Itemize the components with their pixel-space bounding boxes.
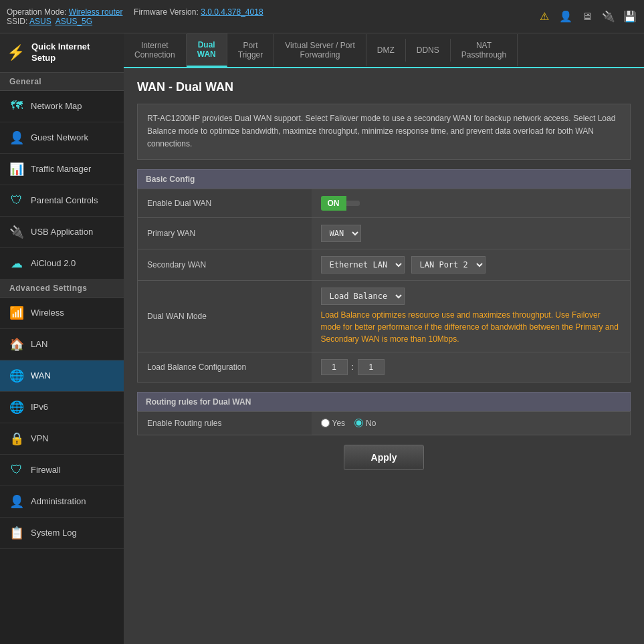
sidebar: ⚡ Quick InternetSetup General 🗺 Network … xyxy=(0,33,124,644)
routing-no-label[interactable]: No xyxy=(354,419,376,428)
sidebar-item-ipv6[interactable]: 🌐 IPv6 xyxy=(0,392,124,423)
guest-network-icon: 👤 xyxy=(9,130,24,145)
tab-ddns[interactable]: DDNS xyxy=(406,39,451,62)
load-balance-inputs: : xyxy=(321,359,621,375)
secondary-wan-label: Secondary WAN xyxy=(138,249,312,280)
sidebar-item-wan[interactable]: 🌐 WAN xyxy=(0,360,124,392)
routing-rules-header: Routing rules for Dual WAN xyxy=(137,392,631,411)
routing-yes-label[interactable]: Yes xyxy=(321,419,346,428)
lan-port-select[interactable]: LAN Port 1 LAN Port 2 LAN Port 3 LAN Por… xyxy=(411,256,486,274)
secondary-wan-select[interactable]: Ethernet LAN USB xyxy=(321,256,405,274)
sidebar-item-parental-controls[interactable]: 🛡 Parental Controls xyxy=(0,185,124,217)
table-row-primary-wan: Primary WAN WAN USB xyxy=(138,217,631,249)
quick-setup-button[interactable]: ⚡ Quick InternetSetup xyxy=(0,33,124,73)
table-row-routing-rules: Enable Routing rules Yes No xyxy=(138,411,631,435)
tab-internet-connection[interactable]: InternetConnection xyxy=(124,34,187,66)
layout: ⚡ Quick InternetSetup General 🗺 Network … xyxy=(0,33,644,644)
operation-mode-value[interactable]: Wireless router xyxy=(69,7,123,17)
top-bar-icons: ⚠ 👤 🖥 🔌 💾 xyxy=(537,9,637,24)
sidebar-item-aicloud[interactable]: ☁ AiCloud 2.0 xyxy=(0,248,124,280)
primary-wan-select[interactable]: WAN USB xyxy=(321,225,361,242)
sidebar-item-label: System Log xyxy=(31,528,77,538)
warning-icon[interactable]: ⚠ xyxy=(537,9,552,24)
traffic-manager-icon: 📊 xyxy=(9,162,24,177)
routing-no-radio[interactable] xyxy=(354,419,363,427)
page-title: WAN - Dual WAN xyxy=(137,80,631,94)
sidebar-item-wireless[interactable]: 📶 Wireless xyxy=(0,298,124,329)
dual-wan-toggle[interactable]: ON xyxy=(321,196,360,211)
sidebar-item-lan[interactable]: 🏠 LAN xyxy=(0,329,124,360)
tab-nat-passthrough[interactable]: NATPassthrough xyxy=(451,34,518,66)
sidebar-item-firewall[interactable]: 🛡 Firewall xyxy=(0,455,124,486)
usb-application-icon: 🔌 xyxy=(9,225,24,239)
aicloud-icon: ☁ xyxy=(9,256,24,271)
firewall-icon: 🛡 xyxy=(9,463,24,477)
secondary-wan-control: Ethernet LAN USB LAN Port 1 LAN Port 2 L… xyxy=(312,249,631,280)
ssid-label: SSID: xyxy=(7,17,27,26)
ssid-value-1[interactable]: ASUS xyxy=(29,17,51,26)
tab-dmz[interactable]: DMZ xyxy=(366,39,406,62)
sidebar-item-traffic-manager[interactable]: 📊 Traffic Manager xyxy=(0,154,124,185)
sidebar-item-label: AiCloud 2.0 xyxy=(31,258,76,268)
wireless-icon: 📶 xyxy=(9,306,24,320)
primary-wan-control: WAN USB xyxy=(312,217,631,249)
monitor-icon[interactable]: 🖥 xyxy=(580,9,595,24)
top-bar: Operation Mode: Wireless router Firmware… xyxy=(0,0,644,33)
apply-button[interactable]: Apply xyxy=(344,445,425,470)
vpn-icon: 🔒 xyxy=(9,431,24,446)
dual-wan-mode-select[interactable]: Load Balance Failover xyxy=(321,288,405,305)
quick-setup-icon: ⚡ xyxy=(7,44,25,62)
tab-virtual-server[interactable]: Virtual Server / PortForwarding xyxy=(274,34,366,66)
sidebar-item-label: LAN xyxy=(31,339,47,349)
routing-no-text: No xyxy=(366,419,376,428)
basic-config-table: Enable Dual WAN ON Primary WAN xyxy=(137,189,631,383)
tab-port-trigger[interactable]: PortTrigger xyxy=(227,34,275,66)
sidebar-item-administration[interactable]: 👤 Administration xyxy=(0,486,124,518)
quick-setup-label: Quick InternetSetup xyxy=(31,41,90,64)
tab-dual-wan[interactable]: DualWAN xyxy=(187,33,227,67)
ssid-value-2[interactable]: ASUS_5G xyxy=(56,17,92,26)
operation-mode-label: Operation Mode: xyxy=(7,7,66,17)
routing-yes-text: Yes xyxy=(332,419,346,428)
toggle-off-label xyxy=(346,201,360,206)
top-bar-info: Operation Mode: Wireless router Firmware… xyxy=(7,7,537,26)
sidebar-item-label: IPv6 xyxy=(31,402,48,412)
ipv6-icon: 🌐 xyxy=(9,400,24,415)
enable-dual-wan-label: Enable Dual WAN xyxy=(138,189,312,217)
sidebar-item-system-log[interactable]: 📋 System Log xyxy=(0,518,124,549)
page-content: WAN - Dual WAN RT-AC1200HP provides Dual… xyxy=(124,68,644,489)
load-balance-input-1[interactable] xyxy=(321,359,348,375)
toggle-on-label[interactable]: ON xyxy=(321,196,346,211)
load-balance-input-2[interactable] xyxy=(358,359,385,375)
load-balance-control: : xyxy=(312,352,631,382)
sidebar-item-network-map[interactable]: 🗺 Network Map xyxy=(0,91,124,122)
parental-controls-icon: 🛡 xyxy=(9,193,24,208)
sidebar-item-guest-network[interactable]: 👤 Guest Network xyxy=(0,122,124,154)
sidebar-item-label: Traffic Manager xyxy=(31,164,91,174)
network-map-icon: 🗺 xyxy=(9,99,24,114)
main-content: InternetConnection DualWAN PortTrigger V… xyxy=(124,33,644,644)
load-balance-colon: : xyxy=(352,362,354,372)
routing-rules-control: Yes No xyxy=(312,411,631,435)
primary-wan-label: Primary WAN xyxy=(138,217,312,249)
dual-wan-mode-label: Dual WAN Mode xyxy=(138,280,312,352)
sidebar-item-vpn[interactable]: 🔒 VPN xyxy=(0,423,124,455)
firmware-value[interactable]: 3.0.0.4.378_4018 xyxy=(201,7,263,17)
usb-icon[interactable]: 🔌 xyxy=(601,9,616,24)
system-log-icon: 📋 xyxy=(9,526,24,540)
tab-bar: InternetConnection DualWAN PortTrigger V… xyxy=(124,33,644,68)
table-row-enable-dual-wan: Enable Dual WAN ON xyxy=(138,189,631,217)
sidebar-item-label: Firewall xyxy=(31,465,61,475)
load-balance-label: Load Balance Configuration xyxy=(138,352,312,382)
dual-wan-mode-description: Load Balance optimizes resource use and … xyxy=(321,309,621,345)
sidebar-item-usb-application[interactable]: 🔌 USB Application xyxy=(0,217,124,248)
user-icon[interactable]: 👤 xyxy=(558,9,573,24)
routing-yes-radio[interactable] xyxy=(321,419,330,427)
routing-rules-table: Enable Routing rules Yes No xyxy=(137,411,631,435)
sidebar-item-label: Administration xyxy=(31,496,86,506)
routing-rules-radio-group: Yes No xyxy=(321,419,621,428)
advanced-section-header: Advanced Settings xyxy=(0,280,124,298)
enable-dual-wan-control: ON xyxy=(312,189,631,217)
general-section-header: General xyxy=(0,73,124,91)
save-icon[interactable]: 💾 xyxy=(623,9,637,24)
